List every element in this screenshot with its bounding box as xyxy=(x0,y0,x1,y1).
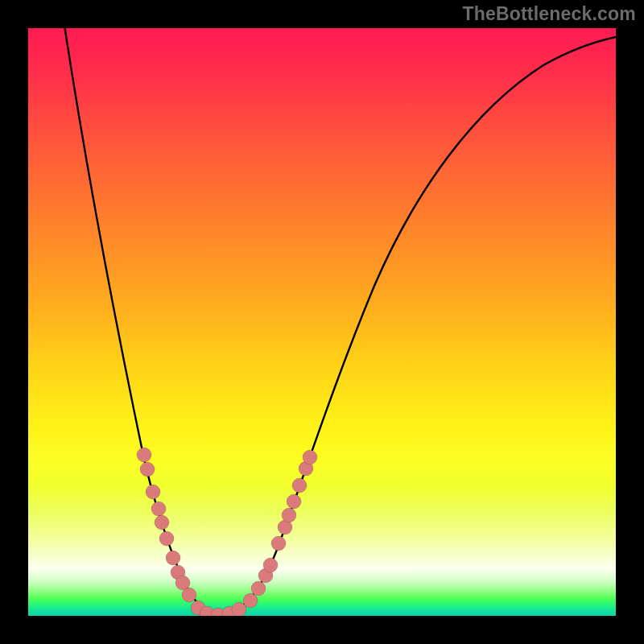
data-dot xyxy=(166,551,180,565)
data-dot xyxy=(292,478,307,493)
dots-layer xyxy=(137,448,317,616)
data-dot xyxy=(137,448,151,462)
data-dot xyxy=(155,515,169,530)
data-dot xyxy=(303,450,317,464)
data-dot xyxy=(251,581,266,596)
data-dot xyxy=(287,494,301,509)
data-dot xyxy=(182,588,196,602)
chart-stage: TheBottleneck.com xyxy=(0,0,644,644)
data-dot xyxy=(140,462,155,477)
data-dot xyxy=(151,502,166,516)
bottleneck-curve xyxy=(64,28,616,614)
data-dot xyxy=(146,485,160,499)
chart-svg xyxy=(28,28,616,616)
data-dot xyxy=(271,536,286,551)
data-dot xyxy=(263,558,278,572)
watermark-text: TheBottleneck.com xyxy=(462,3,636,25)
data-dot xyxy=(159,531,174,546)
data-dot xyxy=(243,593,258,608)
data-dot xyxy=(282,508,296,522)
chart-plot-area xyxy=(28,28,616,616)
